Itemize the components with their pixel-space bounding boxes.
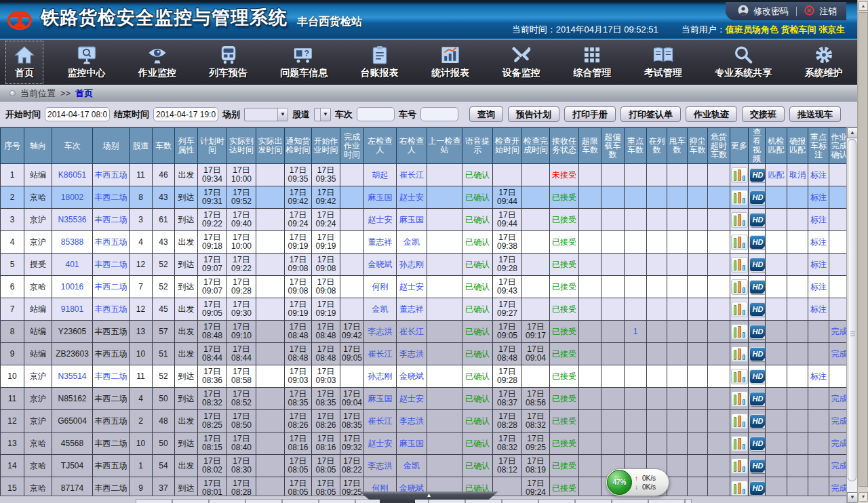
table-row[interactable]: 3京沪N35536丰西二场361到达17日 09:2217日 09:4017日 …: [1, 209, 850, 231]
train-no[interactable]: K86051: [52, 164, 93, 186]
video[interactable]: HD: [749, 254, 766, 276]
nav-item-device-tools[interactable]: 设备监控: [494, 41, 549, 84]
more-chart-icon[interactable]: [731, 346, 748, 362]
more[interactable]: [730, 276, 749, 298]
scroll-down-button[interactable]: ▼: [847, 492, 858, 503]
more-chart-icon[interactable]: [731, 167, 748, 183]
hd-video-icon[interactable]: HD: [749, 437, 766, 451]
right-inspector[interactable]: 金晓斌: [397, 365, 427, 388]
more-chart-icon[interactable]: [731, 369, 748, 384]
video[interactable]: HD: [749, 209, 766, 231]
nav-item-grid-manage[interactable]: 综合管理: [564, 41, 620, 84]
yard[interactable]: 丰西五场: [93, 231, 130, 254]
more[interactable]: [730, 343, 749, 365]
more[interactable]: [730, 365, 749, 388]
track-select[interactable]: ▼: [314, 108, 331, 121]
hd-video-icon[interactable]: HD: [749, 190, 766, 205]
key-car-mark[interactable]: 标注: [808, 254, 829, 276]
start-time-input[interactable]: [45, 107, 110, 121]
left-inspector[interactable]: 金晓斌: [364, 254, 397, 276]
right-inspector[interactable]: 金凯: [397, 455, 427, 477]
yard-select[interactable]: ▼: [244, 108, 288, 121]
nav-item-share-search[interactable]: 专业系统共享: [706, 41, 781, 84]
video[interactable]: HD: [749, 231, 766, 254]
left-inspector[interactable]: 李志洪: [364, 321, 397, 343]
train-no[interactable]: 401: [52, 254, 93, 276]
key-car-mark[interactable]: 标注: [808, 209, 829, 231]
right-inspector[interactable]: 崔长江: [397, 164, 427, 186]
work-track-button[interactable]: 作业轨迹: [686, 106, 737, 122]
change-password-link[interactable]: 修改密码: [753, 5, 789, 18]
more-chart-icon[interactable]: [731, 414, 748, 429]
print-manual-button[interactable]: 打印手册: [564, 106, 616, 122]
train-no[interactable]: N35536: [52, 209, 93, 231]
query-button[interactable]: 查询: [469, 106, 503, 122]
more-chart-icon[interactable]: [731, 190, 748, 205]
left-inspector[interactable]: 崔长江: [364, 410, 397, 432]
key-car-mark[interactable]: 标注: [808, 164, 829, 186]
table-vertical-scrollbar[interactable]: ▲ ▼: [846, 127, 857, 503]
breadcrumb-current[interactable]: 首页: [75, 87, 93, 100]
video[interactable]: HD: [749, 164, 766, 186]
table-row[interactable]: 7站编91801丰西五场1245出发17日 09:0517日 09:3017日 …: [1, 298, 850, 321]
right-inspector[interactable]: 李志洪: [397, 343, 427, 365]
left-inspector[interactable]: 麻玉国: [364, 186, 397, 209]
key-car-mark[interactable]: 标注: [808, 186, 829, 209]
page-vertical-scrollbar[interactable]: ▲ ▼: [857, 0, 868, 503]
nav-item-problem-car[interactable]: ?问题车信息: [271, 41, 336, 84]
more[interactable]: [730, 209, 749, 231]
video[interactable]: HD: [749, 276, 766, 298]
right-inspector[interactable]: 麻玉国: [397, 209, 427, 231]
yard[interactable]: 丰西二场: [93, 276, 130, 298]
left-inspector[interactable]: 崔长江: [364, 343, 397, 365]
train-no[interactable]: 85388: [52, 231, 93, 254]
right-inspector[interactable]: 金凯: [397, 231, 427, 254]
right-inspector[interactable]: 赵士安: [397, 388, 427, 410]
more-chart-icon[interactable]: [731, 458, 748, 474]
more[interactable]: [730, 321, 749, 343]
scroll-up-button[interactable]: ▲: [847, 127, 858, 138]
hd-video-icon[interactable]: HD: [749, 258, 766, 272]
more-chart-icon[interactable]: [731, 324, 748, 340]
left-inspector[interactable]: 胡起: [364, 164, 397, 186]
table-row[interactable]: 1站编K86051丰西五场1146出发17日 09:3417日 10:0017日…: [1, 164, 850, 186]
video[interactable]: HD: [749, 410, 766, 432]
more[interactable]: [730, 164, 749, 186]
train-no-input[interactable]: [357, 107, 395, 121]
left-inspector[interactable]: 麻玉国: [364, 388, 397, 410]
nav-item-train-forecast[interactable]: 列车预告: [201, 41, 256, 84]
nav-item-exam-books[interactable]: 考试管理: [635, 41, 691, 84]
table-row[interactable]: 9站编ZB23603丰西五场1051出发17日 08:4417日 08:4417…: [1, 343, 850, 365]
more[interactable]: [730, 388, 749, 410]
train-no[interactable]: 10016: [52, 276, 93, 298]
hd-video-icon[interactable]: HD: [749, 213, 766, 227]
more[interactable]: [730, 432, 749, 455]
key-car-mark[interactable]: 标注: [808, 276, 829, 298]
key-car-mark[interactable]: 标注: [808, 231, 829, 254]
video[interactable]: HD: [749, 186, 766, 209]
page-scrollbar-thumb[interactable]: [859, 12, 868, 487]
hd-video-icon[interactable]: HD: [749, 168, 766, 182]
table-row[interactable]: 10京沪N35514丰西二场1152到达17日 08:3617日 08:5817…: [1, 365, 850, 388]
more[interactable]: [730, 231, 749, 254]
yard[interactable]: 丰西二场: [93, 186, 130, 209]
table-row[interactable]: 13京哈45568丰西二场1050到达17日 08:1517日 08:4017日…: [1, 432, 850, 455]
train-no[interactable]: N35514: [52, 365, 93, 388]
hd-video-icon[interactable]: HD: [749, 235, 766, 249]
train-no[interactable]: 18002: [52, 186, 93, 209]
end-time-input[interactable]: [153, 107, 218, 121]
nav-item-system-gear[interactable]: 系统维护: [796, 41, 852, 84]
more-chart-icon[interactable]: [731, 212, 748, 228]
scrollbar-thumb[interactable]: [848, 139, 856, 481]
right-inspector[interactable]: 孙志刚: [397, 254, 427, 276]
right-inspector[interactable]: 赵士安: [397, 186, 427, 209]
table-row[interactable]: 2京哈18002丰西二场843到达17日 09:3117日 09:5217日 0…: [1, 186, 850, 209]
right-inspector[interactable]: 李志洪: [397, 410, 427, 432]
hd-video-icon[interactable]: HD: [749, 459, 766, 473]
nav-item-ledger-report[interactable]: 台账报表: [352, 41, 408, 84]
left-inspector[interactable]: 李志洪: [364, 455, 397, 477]
right-inspector[interactable]: 崔长江: [397, 321, 427, 343]
video[interactable]: HD: [749, 343, 766, 365]
hd-video-icon[interactable]: HD: [749, 325, 766, 339]
yard[interactable]: 丰西五场: [93, 164, 130, 186]
